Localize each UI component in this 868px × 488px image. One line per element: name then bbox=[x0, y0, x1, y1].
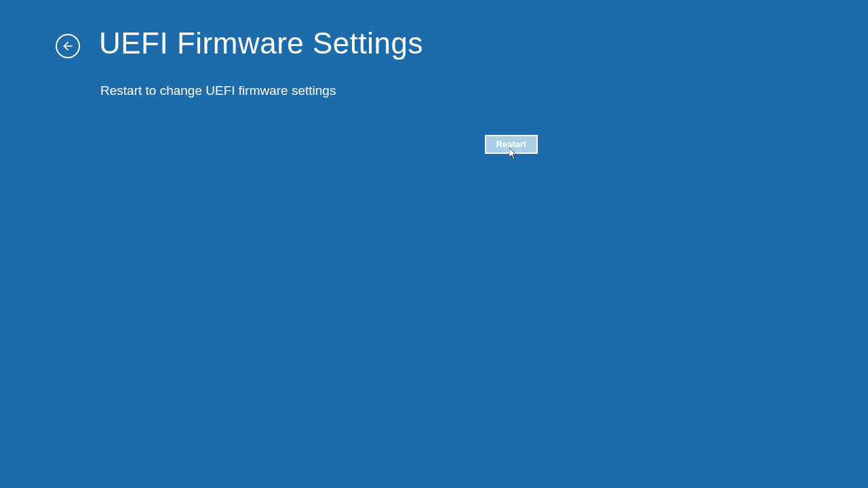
restart-button[interactable]: Restart bbox=[485, 135, 538, 154]
back-button[interactable] bbox=[56, 34, 80, 58]
action-row: Restart bbox=[100, 135, 538, 154]
description-text: Restart to change UEFI firmware settings bbox=[100, 83, 868, 98]
header-row: UEFI Firmware Settings bbox=[0, 0, 868, 62]
arrow-left-icon bbox=[61, 39, 75, 53]
page-title: UEFI Firmware Settings bbox=[99, 26, 423, 62]
